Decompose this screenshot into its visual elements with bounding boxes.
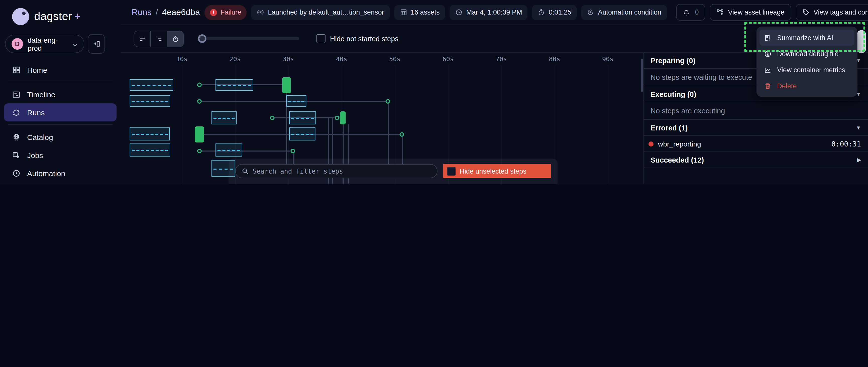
gantt-scrollbar-thumb[interactable] (641, 59, 643, 92)
gantt-step-dot[interactable] (197, 149, 202, 153)
hide-not-started-control[interactable]: Hide not started steps (316, 34, 398, 43)
collapse-sidebar-icon (93, 40, 100, 48)
step-status-dot (649, 141, 653, 146)
notification-count: 0 (695, 8, 699, 16)
run-tag-pill: 16 assets (394, 5, 445, 20)
gantt-axis-tick: 70s (496, 55, 507, 63)
gantt-axis-tick: 10s (176, 55, 187, 63)
menu-item-delete[interactable]: Delete (760, 78, 855, 94)
gantt-zoom-slider[interactable] (199, 37, 299, 40)
sidebar-item-runs[interactable]: Runs (4, 103, 117, 122)
dagster-run-page: dagster + D data-eng-prod HomeTimelineRu… (0, 0, 868, 184)
automation-clock-icon (12, 169, 21, 177)
waterfall-icon (155, 35, 162, 42)
flat-view-button[interactable] (134, 31, 150, 46)
section-header-errored[interactable]: Errored (1)▼ (644, 120, 868, 136)
chevron-down-icon: ▼ (856, 125, 861, 130)
section-header-succeeded[interactable]: Succeeded (12)▶ (644, 152, 868, 168)
gantt-step-pending-bar[interactable] (130, 95, 170, 107)
gantt-step-success-bar[interactable] (195, 127, 204, 142)
sidebar-item-timeline[interactable]: Timeline (4, 85, 117, 103)
deployment-avatar: D (11, 38, 23, 50)
run-tag-pill: Automation condition (582, 5, 667, 20)
lineage-icon (717, 8, 724, 16)
stopwatch-icon (172, 35, 179, 42)
gantt-connector (199, 151, 293, 152)
gantt-step-success-bar[interactable] (340, 111, 346, 125)
home-grid-icon (12, 65, 21, 74)
gantt-gridline (182, 66, 182, 184)
sidebar-item-home[interactable]: Home (4, 61, 117, 79)
deployment-name: data-eng-prod (28, 36, 67, 52)
menu-item-view-container-metrics[interactable]: View container metrics (760, 62, 855, 78)
deployment-switcher[interactable]: D data-eng-prod (5, 35, 84, 53)
trash-icon (764, 82, 772, 90)
brand-name: dagster (34, 10, 72, 23)
jobs-icon (12, 151, 21, 159)
catalog-globe-icon (12, 133, 21, 141)
collapse-sidebar-button[interactable] (88, 34, 105, 54)
slider-thumb[interactable] (198, 34, 207, 43)
gantt-step-dot[interactable] (400, 132, 404, 137)
notifications-button[interactable]: 0 (676, 4, 706, 21)
gantt-step-dot[interactable] (197, 82, 202, 87)
automation-condition-icon (587, 8, 594, 16)
gantt-step-pending-bar[interactable] (286, 95, 306, 107)
gantt-axis-tick: 20s (229, 55, 241, 63)
gantt-step-pending-bar[interactable] (130, 79, 173, 91)
gantt-step-pending-bar[interactable] (289, 111, 316, 125)
sidebar: dagster + D data-eng-prod HomeTimelineRu… (0, 0, 121, 184)
sidebar-item-label: Automation (27, 169, 65, 177)
gantt-view-mode-group (134, 30, 184, 47)
gantt-chart[interactable]: Search and filter steps Hide unselected … (121, 53, 644, 184)
gantt-step-success-bar[interactable] (282, 77, 291, 93)
chevron-right-icon: ▶ (857, 157, 861, 163)
hide-unselected-control[interactable]: Hide unselected steps (443, 164, 551, 178)
run-tag-pills: Launched by default_aut…tion_sensor16 as… (251, 5, 667, 20)
hide-unselected-checkbox[interactable] (447, 167, 456, 175)
sidebar-item-jobs[interactable]: Jobs (4, 146, 117, 164)
breadcrumb-runs-link[interactable]: Runs (132, 7, 151, 17)
gantt-step-pending-bar[interactable] (289, 127, 315, 140)
timed-view-button[interactable] (167, 31, 183, 46)
run-id: 4eae6dba (162, 7, 200, 17)
gantt-step-pending-bar[interactable] (130, 143, 170, 157)
gantt-axis-tick: 40s (336, 55, 347, 63)
gantt-step-pending-bar[interactable] (212, 111, 237, 125)
assets-grid-icon (400, 8, 407, 16)
gantt-step-dot[interactable] (335, 115, 339, 120)
run-tag-pill: Mar 4, 1:00:39 PM (450, 5, 528, 20)
sidebar-item-label: Catalog (27, 133, 53, 141)
gantt-step-dot[interactable] (385, 99, 390, 104)
failure-exclaim-icon: ! (210, 9, 217, 16)
gantt-step-pending-bar[interactable] (130, 127, 170, 140)
step-search-input[interactable]: Search and filter steps (235, 164, 437, 178)
view-tags-config-button[interactable]: View tags and config (796, 4, 868, 21)
clock-icon (455, 8, 463, 16)
sensor-icon (257, 8, 265, 16)
breadcrumb: Runs / 4eae6dba (132, 7, 200, 17)
gantt-step-dot[interactable] (290, 149, 295, 153)
gantt-step-dot[interactable] (270, 115, 275, 120)
focus-annotation-rectangle (744, 22, 865, 52)
gantt-step-pending-bar[interactable] (216, 143, 242, 157)
sidebar-item-label: Timeline (27, 90, 55, 99)
sidebar-item-automation[interactable]: Automation (4, 164, 117, 182)
view-asset-lineage-button[interactable]: View asset lineage (710, 4, 791, 21)
gantt-step-dot[interactable] (197, 99, 202, 104)
gantt-axis-tick: 80s (549, 55, 560, 63)
step-name: wbr_reporting (658, 140, 701, 148)
step-duration: 0:00:31 (831, 140, 861, 148)
step-row-wbr_reporting[interactable]: wbr_reporting0:00:31 (644, 136, 868, 152)
gantt-step-pending-bar[interactable] (216, 79, 253, 91)
section-empty-text: No steps are executing (644, 102, 868, 120)
stopwatch-icon (538, 8, 545, 16)
sidebar-item-label: Home (27, 65, 47, 74)
hide-not-started-checkbox[interactable] (316, 34, 326, 43)
sidebar-item-catalog[interactable]: Catalog (4, 128, 117, 146)
sidebar-item-label: Runs (27, 108, 45, 116)
brand-plus: + (74, 10, 81, 23)
run-tag-pill: Launched by default_aut…tion_sensor (251, 5, 390, 20)
waterfall-view-button[interactable] (150, 31, 167, 46)
bell-icon (682, 8, 690, 16)
